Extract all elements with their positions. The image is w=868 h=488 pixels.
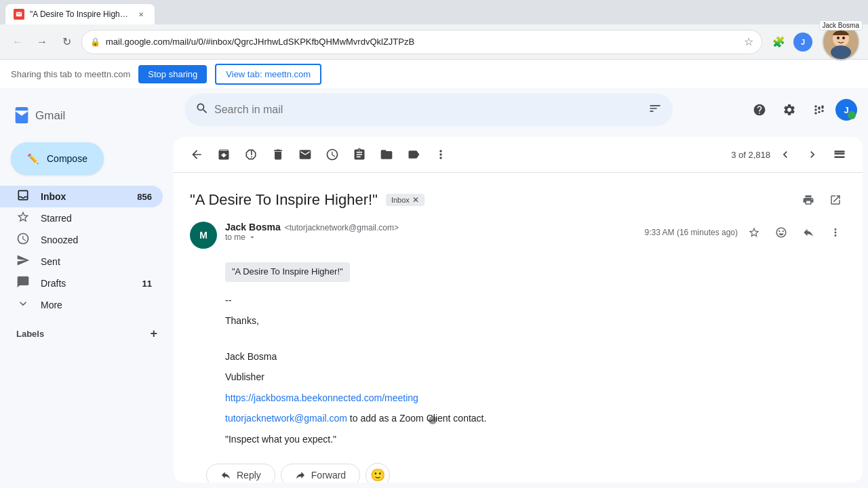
- report-spam-button[interactable]: [239, 142, 263, 167]
- url-bar[interactable]: 🔒 mail.google.com/mail/u/0/#inbox/QgrcJH…: [81, 30, 762, 54]
- next-email-button[interactable]: [800, 142, 825, 167]
- stop-sharing-button[interactable]: Stop sharing: [138, 65, 207, 83]
- sidebar-item-drafts[interactable]: Drafts 11: [0, 272, 163, 294]
- print-button[interactable]: [797, 189, 819, 211]
- back-to-inbox-button[interactable]: [184, 142, 209, 167]
- profile-button[interactable]: J: [792, 31, 814, 53]
- inbox-badge: 856: [137, 192, 152, 202]
- label-button[interactable]: [401, 142, 426, 167]
- emoji-reaction-button[interactable]: [770, 222, 792, 243]
- inbox-tag-label: Inbox: [391, 196, 410, 204]
- forward-button-icon: [295, 470, 306, 481]
- lock-icon: 🔒: [90, 37, 100, 47]
- active-tab[interactable]: "A Desire To Inspire Higher!" - tutorjac…: [5, 4, 155, 24]
- sig-link2-suffix: to add as a Zoom Client contact.: [347, 413, 486, 424]
- delete-button[interactable]: [266, 142, 290, 167]
- email-top-actions: [797, 189, 846, 211]
- sidebar-item-sent[interactable]: Sent: [0, 251, 163, 272]
- starred-label: Starred: [41, 213, 152, 224]
- mark-unread-button[interactable]: [293, 142, 317, 167]
- sharing-text: Sharing this tab to meettn.com: [11, 69, 130, 79]
- email-navigation: [773, 142, 825, 167]
- search-filter-icon[interactable]: [648, 102, 662, 119]
- view-tab-button[interactable]: View tab: meettn.com: [215, 64, 321, 85]
- inbox-tag-remove[interactable]: ✕: [412, 195, 419, 205]
- more-label: More: [41, 300, 152, 310]
- email-toolbar: 3 of 2,818: [174, 137, 863, 173]
- forward-button[interactable]: →: [33, 33, 52, 52]
- more-actions-button[interactable]: [429, 142, 453, 167]
- sidebar-item-inbox[interactable]: Inbox 856: [0, 186, 163, 207]
- to-me-dropdown-icon: [248, 233, 256, 241]
- svg-text:Gmail: Gmail: [35, 109, 65, 122]
- settings-button[interactable]: [776, 96, 803, 123]
- reply-button-icon: [220, 470, 231, 481]
- gmail-app: Gmail ✏️ Compose Inbox 856 Starred: [0, 88, 868, 488]
- reload-button[interactable]: ↻: [57, 33, 76, 52]
- email-header-actions: 9:33 AM (16 minutes ago): [645, 222, 846, 243]
- view-options-button[interactable]: [827, 142, 852, 167]
- sidebar-item-more[interactable]: More: [0, 294, 163, 316]
- sharing-bar: Sharing this tab to meettn.com Stop shar…: [0, 60, 868, 89]
- inbox-tag[interactable]: Inbox ✕: [386, 194, 425, 206]
- tab-title: "A Desire To Inspire Higher!" - tutorjac…: [30, 9, 130, 19]
- sidebar: Gmail ✏️ Compose Inbox 856 Starred: [0, 88, 174, 488]
- emoji-button[interactable]: 🙂: [366, 463, 390, 483]
- add-label-button[interactable]: +: [150, 327, 157, 341]
- sig-meeting-link[interactable]: https://jackbosma.beekonnected.com/meeti…: [225, 392, 418, 403]
- email-content-area: "A Desire To Inspire Higher!" Inbox ✕: [174, 173, 863, 483]
- sender-email: <tutorjacknetwork@gmail.com>: [285, 223, 399, 232]
- extensions-button[interactable]: 🧩: [768, 31, 789, 53]
- email-subject: "A Desire To Inspire Higher!" Inbox ✕: [190, 189, 846, 211]
- open-in-new-window-button[interactable]: [825, 189, 846, 211]
- sender-initials: M: [199, 230, 208, 241]
- add-task-button[interactable]: [347, 142, 372, 167]
- reply-button[interactable]: Reply: [206, 464, 275, 483]
- sender-avatar: M: [190, 222, 217, 249]
- drafts-badge: 11: [142, 279, 152, 289]
- bookmark-icon[interactable]: ☆: [744, 35, 753, 48]
- tab-favicon: [14, 9, 24, 20]
- email-view: 3 of 2,818 "A Desire To Inspire H: [174, 137, 863, 483]
- email-body: "A Desire To Inspire Higher!" -- Thanks,…: [190, 262, 846, 447]
- star-button[interactable]: [743, 222, 765, 243]
- svg-point-1: [831, 45, 851, 59]
- gmail-header: Gmail: [0, 94, 174, 137]
- previous-email-button[interactable]: [773, 142, 797, 167]
- compose-button[interactable]: ✏️ Compose: [11, 142, 104, 175]
- sidebar-item-starred[interactable]: Starred: [0, 207, 163, 229]
- sender-info: Jack Bosma <tutorjacknetwork@gmail.com> …: [225, 222, 645, 242]
- archive-button[interactable]: [212, 142, 236, 167]
- user-profile-button[interactable]: J: [835, 99, 857, 121]
- user-name-tooltip: Jack Bosma: [819, 20, 863, 30]
- sig-title: Vublisher: [225, 369, 846, 384]
- search-input[interactable]: [214, 104, 643, 116]
- sig-link1-line: https://jackbosma.beekonnected.com/meeti…: [225, 390, 846, 405]
- gmail-logo: Gmail: [11, 104, 163, 126]
- forward-button[interactable]: Forward: [281, 464, 360, 483]
- move-to-button[interactable]: [374, 142, 399, 167]
- reply-button-label: Reply: [237, 470, 261, 481]
- sig-email-link[interactable]: tutorjacknetwork@gmail.com: [225, 413, 347, 424]
- search-bar[interactable]: [184, 94, 673, 126]
- online-status: [848, 111, 856, 119]
- email-dash: --: [225, 293, 846, 308]
- close-tab-button[interactable]: ✕: [136, 9, 146, 20]
- sender-name: Jack Bosma: [225, 222, 281, 232]
- help-button[interactable]: [746, 96, 773, 123]
- back-button[interactable]: ←: [8, 33, 27, 52]
- sig-quote: "Inspect what you expect.": [225, 432, 846, 447]
- starred-icon: [16, 210, 30, 226]
- subject-text: "A Desire To Inspire Higher!": [190, 191, 378, 209]
- email-header: M Jack Bosma <tutorjacknetwork@gmail.com…: [190, 222, 846, 249]
- more-email-actions-button[interactable]: [825, 222, 846, 243]
- sidebar-item-snoozed[interactable]: Snoozed: [0, 229, 163, 251]
- to-me-dropdown[interactable]: to me: [225, 232, 645, 242]
- reply-header-button[interactable]: [797, 222, 819, 243]
- more-icon: [16, 297, 30, 313]
- search-icon[interactable]: [195, 102, 209, 119]
- snooze-button[interactable]: [320, 142, 344, 167]
- email-time: 9:33 AM (16 minutes ago): [645, 228, 738, 237]
- svg-point-2: [837, 37, 840, 39]
- apps-button[interactable]: [806, 96, 833, 123]
